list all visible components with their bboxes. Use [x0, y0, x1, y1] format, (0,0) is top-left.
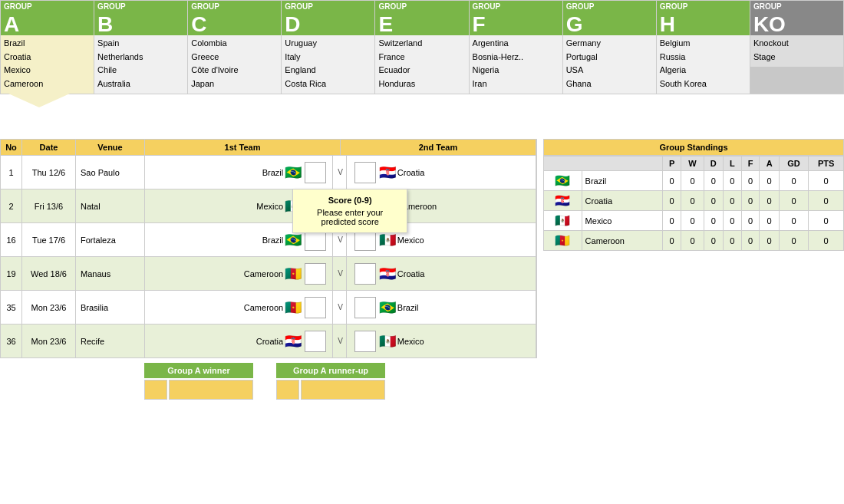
team2-flag: 🇭🇷	[379, 164, 396, 181]
runnerup-name-box[interactable]	[301, 380, 385, 400]
footer-runnerup-label: Group A runner-up	[276, 363, 385, 378]
match-venue: Manaus	[76, 257, 145, 290]
standings-flag: 🇧🇷	[544, 171, 582, 191]
score-input-1[interactable]	[305, 263, 326, 285]
standings-pts: 0	[809, 171, 844, 191]
standings-table: PWDLFAGDPTS 🇧🇷 Brazil 0 0 0 0 0 0 0 0 🇭🇷…	[543, 156, 844, 251]
standings-gd: 0	[779, 211, 808, 231]
match-row: 2 Fri 13/6 Natal Mexico 🇲🇽 Score (0-9) P…	[0, 189, 537, 223]
group-cell-F: GROUP F ArgentinaBosnia-Herz..NigeriaIra…	[470, 1, 563, 94]
match-venue: Fortaleza	[76, 223, 145, 256]
vs-separator: V	[335, 156, 347, 189]
group-teams-D: UruguayItalyEnglandCosta Rica	[282, 35, 374, 94]
footer-winner-inputs	[144, 380, 253, 400]
winner-flag-box[interactable]	[144, 380, 167, 400]
group-letter-A: A	[1, 12, 94, 35]
group-cell-H: GROUP H BelgiumRussiaAlgeriaSouth Korea	[657, 1, 750, 94]
team-name: Japan	[191, 77, 278, 91]
team-name: Croatia	[4, 51, 91, 64]
match-team1: Brazil 🇧🇷	[145, 156, 333, 189]
team-name: Iran	[473, 77, 559, 91]
team2-name: Croatia	[397, 269, 424, 278]
standings-d: 0	[704, 171, 723, 191]
group-a-arrow	[8, 94, 70, 107]
group-letter-KO: KO	[750, 12, 843, 35]
match-team2: 🇲🇽 Mexico	[348, 324, 536, 357]
standings-flag: 🇲🇽	[544, 211, 582, 231]
col-no: No	[1, 140, 22, 155]
group-teams-F: ArgentinaBosnia-Herz..NigeriaIran	[470, 35, 562, 94]
group-cell-C: GROUP C ColombiaGreeceCôte d'IvoireJapan	[188, 1, 282, 94]
score-input-1[interactable]	[305, 331, 326, 352]
standings-a: 0	[760, 211, 779, 231]
score-input-1[interactable]	[305, 162, 326, 183]
match-venue: Natal	[76, 189, 145, 222]
team-name: Mexico	[4, 64, 91, 77]
team-name: Ghana	[566, 77, 653, 91]
spacer	[0, 94, 844, 116]
score-input-1[interactable]: Score (0-9) Please enter your predicted …	[305, 196, 326, 217]
match-date: Wed 18/6	[22, 257, 76, 290]
team2-flag: 🇭🇷	[379, 265, 396, 282]
footer-winner-section: Group A winner	[144, 363, 253, 400]
group-letter-D: D	[282, 12, 374, 35]
score-input-2[interactable]	[354, 162, 376, 183]
score-tooltip: Score (0-9) Please enter your predicted …	[292, 189, 407, 233]
winner-name-box[interactable]	[169, 380, 253, 400]
standings-l: 0	[724, 191, 742, 211]
team-name: USA	[566, 64, 653, 77]
standings-col-w: W	[681, 156, 704, 171]
standings-row: 🇲🇽 Mexico 0 0 0 0 0 0 0 0	[544, 211, 844, 231]
standings-d: 0	[704, 211, 723, 231]
score-input-2[interactable]	[354, 331, 376, 352]
runnerup-flag-box[interactable]	[276, 380, 299, 400]
match-no: 1	[1, 156, 22, 189]
match-row: 36 Mon 23/6 Recife Croatia 🇭🇷 V 🇲🇽 Mexic…	[0, 324, 537, 358]
team-name: Greece	[191, 51, 278, 64]
team-name: Germany	[566, 37, 653, 51]
standings-p: 0	[662, 171, 681, 191]
col-team2: 2nd Team	[341, 140, 536, 155]
team-name: Knockout	[753, 37, 840, 51]
tooltip-body: Please enter your predicted score	[302, 208, 397, 226]
team1-flag: 🇧🇷	[285, 232, 302, 249]
standings-title: Group Standings	[543, 139, 844, 156]
team1-flag: 🇨🇲	[285, 265, 302, 282]
team2-name: Mexico	[397, 236, 424, 245]
standings-col-gd: GD	[779, 156, 808, 171]
score-input-2[interactable]	[354, 297, 376, 318]
team-name: Australia	[97, 77, 184, 91]
team-name: Honduras	[378, 77, 465, 91]
standings-col-d: D	[704, 156, 723, 171]
team-name: Portugal	[566, 51, 653, 64]
standings-w: 0	[681, 171, 704, 191]
team-name: England	[285, 64, 371, 77]
standings-team-name: Cameroon	[582, 231, 662, 251]
col-date: Date	[22, 140, 76, 155]
score-input-2[interactable]	[354, 263, 376, 285]
group-label-F: GROUP	[470, 1, 562, 12]
match-date: Tue 17/6	[22, 223, 76, 256]
group-cell-D: GROUP D UruguayItalyEnglandCosta Rica	[282, 1, 375, 94]
score-input-1[interactable]	[305, 297, 326, 318]
group-label-H: GROUP	[657, 1, 750, 12]
team-name: Belgium	[660, 37, 747, 51]
group-teams-A: BrazilCroatiaMexicoCameroon	[1, 35, 94, 94]
match-team2: 🇭🇷 Croatia	[348, 257, 536, 290]
standings-row: 🇭🇷 Croatia 0 0 0 0 0 0 0 0	[544, 191, 844, 211]
group-letter-F: F	[470, 12, 562, 35]
match-row: 16 Tue 17/6 Fortaleza Brazil 🇧🇷 V 🇲🇽 Mex…	[0, 223, 537, 257]
standings-row: 🇧🇷 Brazil 0 0 0 0 0 0 0 0	[544, 171, 844, 191]
standings-row: 🇨🇲 Cameroon 0 0 0 0 0 0 0 0	[544, 231, 844, 251]
tooltip-title: Score (0-9)	[302, 196, 397, 205]
standings-l: 0	[724, 171, 742, 191]
standings-flag: 🇨🇲	[544, 231, 582, 251]
team-name: Côte d'Ivoire	[191, 64, 278, 77]
group-label-D: GROUP	[282, 1, 374, 12]
standings-a: 0	[760, 231, 779, 251]
standings-f: 0	[741, 231, 760, 251]
match-team1: Croatia 🇭🇷	[145, 324, 333, 357]
team-name: South Korea	[660, 77, 747, 91]
standings-col-f: F	[741, 156, 760, 171]
col-venue: Venue	[76, 140, 145, 155]
